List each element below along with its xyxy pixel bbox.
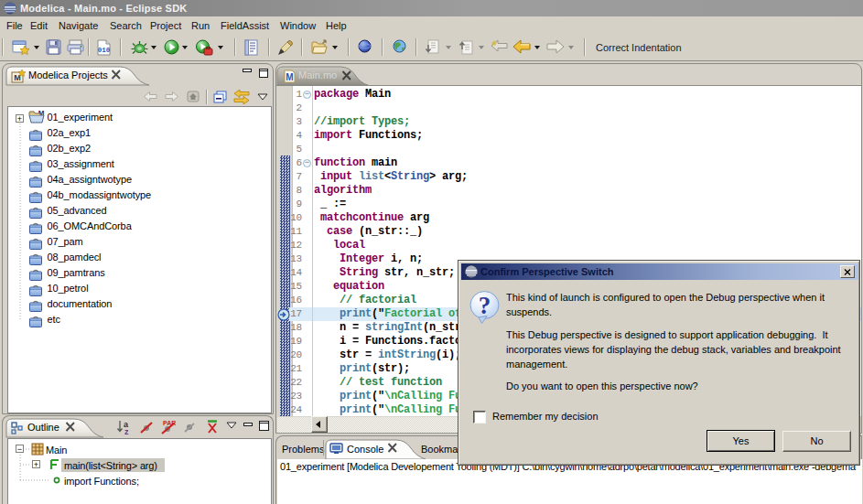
svg-text:M: M bbox=[286, 72, 293, 82]
svg-text:PAR: PAR bbox=[163, 420, 176, 426]
svg-text:z: z bbox=[124, 427, 129, 435]
svg-text:?: ? bbox=[479, 292, 491, 319]
svg-text:010: 010 bbox=[98, 47, 111, 54]
